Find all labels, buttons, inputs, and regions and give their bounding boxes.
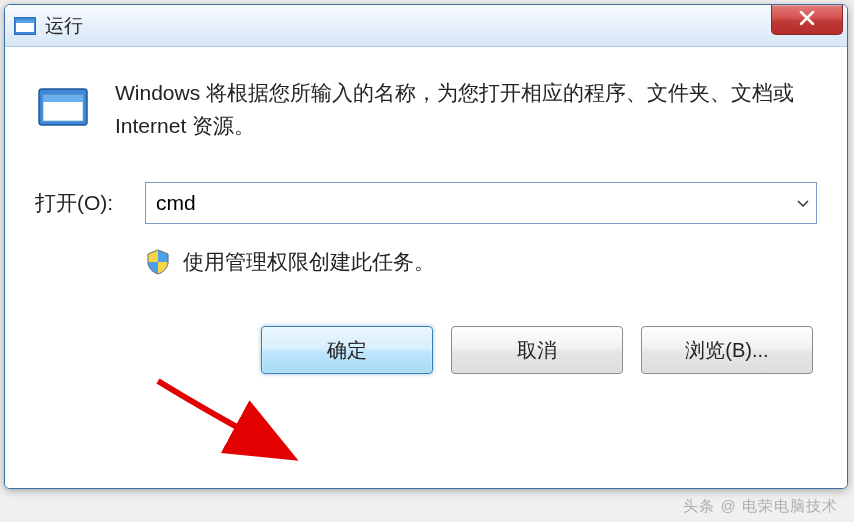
uac-shield-icon (145, 249, 171, 275)
svg-rect-5 (43, 95, 83, 102)
browse-button[interactable]: 浏览(B)... (641, 326, 813, 374)
cancel-button[interactable]: 取消 (451, 326, 623, 374)
open-combobox[interactable] (145, 182, 817, 224)
close-icon (799, 11, 815, 29)
admin-privilege-text: 使用管理权限创建此任务。 (183, 248, 435, 276)
close-button[interactable] (771, 5, 843, 35)
ok-button[interactable]: 确定 (261, 326, 433, 374)
red-arrow-annotation (150, 373, 330, 477)
button-row: 确定 取消 浏览(B)... (35, 326, 817, 374)
run-titlebar-icon (13, 16, 37, 36)
dialog-content: Windows 将根据您所输入的名称，为您打开相应的程序、文件夹、文档或 Int… (5, 47, 847, 488)
window-title: 运行 (45, 13, 83, 39)
open-input[interactable] (145, 182, 817, 224)
run-program-icon (35, 83, 91, 131)
dialog-description: Windows 将根据您所输入的名称，为您打开相应的程序、文件夹、文档或 Int… (115, 77, 817, 142)
open-label: 打开(O): (35, 189, 131, 217)
svg-rect-2 (16, 20, 34, 23)
titlebar[interactable]: 运行 (5, 5, 847, 47)
watermark-text: 头条 @ 电荣电脑技术 (683, 497, 838, 516)
run-dialog-window: 运行 Windows 将根据您所输入的名称，为您打开相应的程序、文件夹、文档或 … (4, 4, 848, 489)
